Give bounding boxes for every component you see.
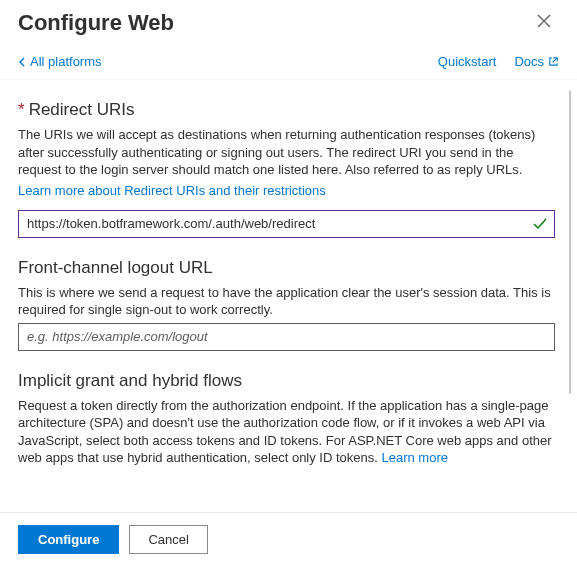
logout-url-desc: This is where we send a request to have … [18,284,555,319]
quickstart-link[interactable]: Quickstart [438,54,497,69]
redirect-uris-learn-more-link[interactable]: Learn more about Redirect URIs and their… [18,183,326,198]
back-all-platforms-link[interactable]: All platforms [18,54,102,69]
implicit-grant-desc: Request a token directly from the author… [18,397,555,467]
external-link-icon [548,56,559,67]
chevron-left-icon [18,57,26,67]
divider [0,79,577,80]
implicit-grant-section: Implicit grant and hybrid flows Request … [18,371,555,467]
implicit-grant-learn-more-link[interactable]: Learn more [382,450,448,465]
redirect-uris-title: *Redirect URIs [18,100,555,120]
docs-link[interactable]: Docs [514,54,559,69]
required-star-icon: * [18,100,25,119]
check-icon [533,218,547,230]
logout-url-title: Front-channel logout URL [18,258,555,278]
logout-url-input[interactable] [18,323,555,351]
svg-line-2 [553,58,558,63]
redirect-uris-desc: The URIs we will accept as destinations … [18,126,555,179]
redirect-uris-section: *Redirect URIs The URIs we will accept a… [18,100,555,238]
logout-url-section: Front-channel logout URL This is where w… [18,258,555,351]
page-title: Configure Web [18,10,174,36]
scrollbar[interactable] [569,90,571,512]
close-icon [537,14,551,28]
back-link-label: All platforms [30,54,102,69]
cancel-button[interactable]: Cancel [129,525,207,554]
implicit-grant-title: Implicit grant and hybrid flows [18,371,555,391]
docs-link-label: Docs [514,54,544,69]
redirect-uri-input[interactable] [18,210,555,238]
scrollbar-thumb[interactable] [569,90,571,394]
configure-button[interactable]: Configure [18,525,119,554]
close-button[interactable] [529,10,559,36]
